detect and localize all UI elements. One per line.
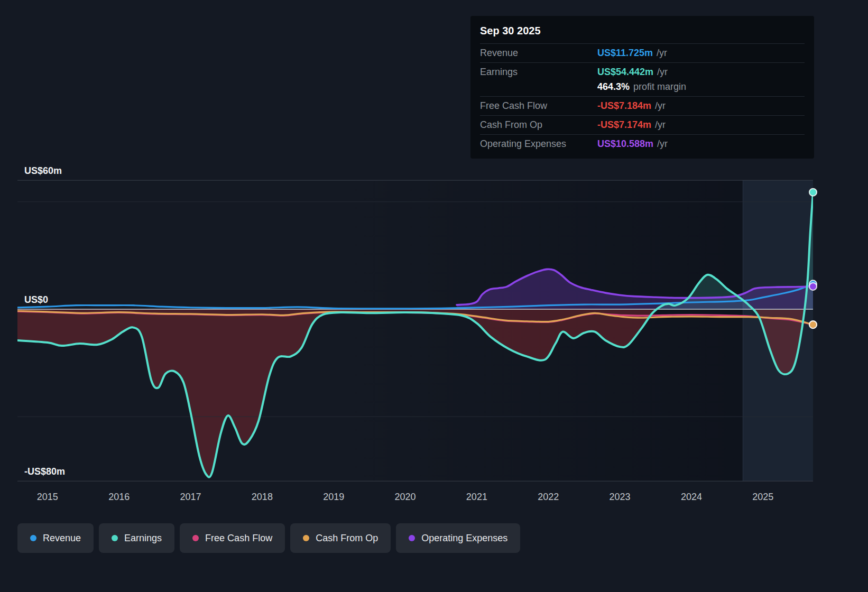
y-axis-label: US$60m [24,165,62,176]
chart-stage: US$60mUS$0-US$80m20152016201720182019202… [0,0,868,592]
tooltip-row-operating-expenses: Operating Expenses US$10.588m /yr [480,134,805,153]
legend-dot [409,535,415,541]
tooltip-row-earnings: Earnings US$54.442m /yr [480,62,805,81]
x-axis-label: 2020 [395,492,416,502]
tooltip-value: -US$7.174m [597,119,651,131]
tooltip-value: US$10.588m [597,138,653,150]
cash-from-op-end-marker[interactable] [809,321,817,328]
tooltip-label: Revenue [480,48,597,59]
profit-margin-label: profit margin [633,81,686,92]
tooltip-label: Cash From Op [480,119,597,131]
x-axis-label: 2021 [466,492,487,502]
tooltip-panel: Sep 30 2025 Revenue US$11.725m /yr Earni… [470,16,814,159]
legend-item-operating-expenses[interactable]: Operating Expenses [396,523,520,553]
x-axis-label: 2016 [108,492,130,502]
x-axis-label: 2023 [610,492,631,502]
profit-margin-value: 464.3% [597,81,630,92]
x-axis-label: 2015 [37,492,58,502]
legend-dot [112,535,118,541]
legend-label: Earnings [124,533,162,544]
legend-label: Revenue [43,533,81,544]
x-axis-label: 2019 [323,492,344,502]
legend-dot [30,535,36,541]
x-axis-label: 2024 [681,492,702,502]
tooltip-unit: /yr [657,67,668,78]
tooltip-unit: /yr [655,100,666,112]
tooltip-unit: /yr [655,119,666,131]
tooltip-row-revenue: Revenue US$11.725m /yr [480,43,805,62]
tooltip-label: Earnings [480,67,597,78]
tooltip-value: US$54.442m [597,67,653,78]
legend-dot [303,535,309,541]
legend-dot [192,535,199,541]
legend-item-revenue[interactable]: Revenue [17,523,94,553]
legend-item-cash-from-op[interactable]: Cash From Op [290,523,391,553]
legend-item-free-cash-flow[interactable]: Free Cash Flow [180,523,285,553]
tooltip-row-cash-from-op: Cash From Op -US$7.174m /yr [480,115,805,134]
tooltip-value: -US$7.184m [597,100,651,112]
x-axis-label: 2025 [752,492,773,502]
tooltip-unit: /yr [657,138,668,150]
tooltip-row-free-cash-flow: Free Cash Flow -US$7.184m /yr [480,96,805,115]
legend-item-earnings[interactable]: Earnings [99,523,174,553]
legend-label: Operating Expenses [421,533,507,544]
legend: RevenueEarningsFree Cash FlowCash From O… [17,523,520,553]
tooltip-unit: /yr [657,48,667,59]
legend-label: Free Cash Flow [205,533,272,544]
operating-expenses-end-marker[interactable] [809,283,817,290]
tooltip-date: Sep 30 2025 [480,18,805,43]
tooltip-row-profit-margin: 464.3% profit margin [480,81,805,96]
tooltip-value: US$11.725m [597,48,653,59]
x-axis-label: 2018 [252,492,273,502]
tooltip-label: Free Cash Flow [480,100,597,112]
y-axis-label: US$0 [24,294,48,305]
earnings-end-marker[interactable] [809,189,817,196]
x-axis-label: 2022 [538,492,559,502]
tooltip-label: Operating Expenses [480,138,597,150]
legend-label: Cash From Op [316,533,378,544]
y-axis-label: -US$80m [24,466,65,477]
x-axis-label: 2017 [180,492,201,502]
